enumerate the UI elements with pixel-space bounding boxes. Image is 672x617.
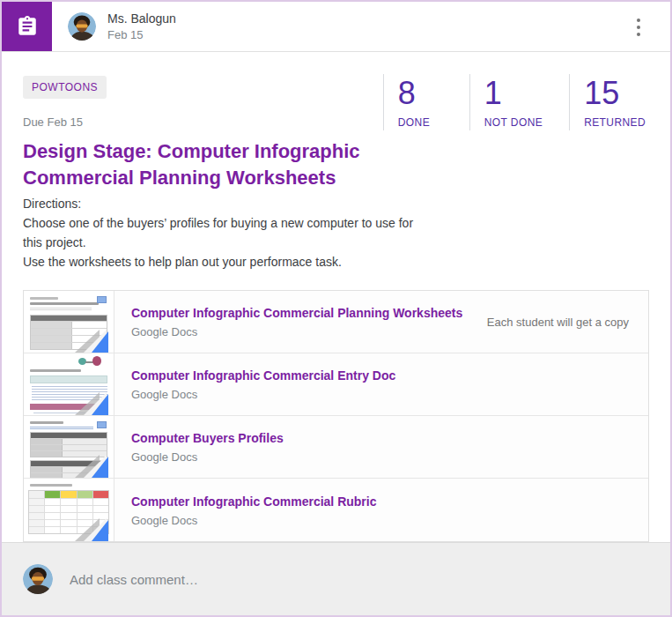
- topic-badge[interactable]: POWTOONS: [23, 76, 107, 99]
- kebab-dot: [637, 26, 640, 29]
- class-comment-bar: [2, 542, 670, 615]
- stat-returned-value: 15: [584, 76, 646, 111]
- assignment-clipboard-icon: [16, 15, 39, 38]
- assignment-description: Directions: Choose one of the buyers’ pr…: [23, 194, 421, 271]
- stat-returned-label: RETURNED: [584, 116, 646, 129]
- stat-done-label: DONE: [398, 116, 443, 129]
- attachment-link[interactable]: Computer Infographic Commercial Planning…: [131, 305, 462, 321]
- folded-blue-corner-icon: [75, 330, 114, 353]
- assignment-title: Design Stage: Computer Infographic Comme…: [23, 138, 419, 191]
- attachment-row[interactable]: Computer Infographic Commercial Rubric G…: [24, 479, 648, 541]
- attachment-type: Google Docs: [131, 325, 462, 338]
- kebab-dot: [637, 33, 640, 36]
- stat-not-done[interactable]: 1 NOT DONE: [469, 74, 546, 130]
- attachment-list: Computer Infographic Commercial Planning…: [23, 290, 649, 542]
- teacher-avatar: [68, 12, 96, 41]
- post-date: Feb 15: [107, 27, 176, 42]
- author-name: Ms. Balogun: [107, 11, 176, 27]
- submission-stats: 8 DONE 1 NOT DONE 15 RETURNED: [360, 74, 649, 130]
- folded-blue-corner-icon: [75, 518, 114, 541]
- attachment-copy-note: Each student will get a copy: [487, 316, 648, 329]
- attachment-link[interactable]: Computer Infographic Commercial Rubric: [131, 494, 376, 509]
- attachment-row[interactable]: Computer Infographic Commercial Entry Do…: [24, 353, 648, 416]
- attachment-row[interactable]: Computer Buyers Profiles Google Docs: [24, 416, 648, 479]
- more-options-button[interactable]: [631, 19, 646, 36]
- doc-thumbnail: [24, 479, 114, 541]
- doc-thumbnail: [24, 353, 114, 415]
- doc-thumbnail: [24, 291, 114, 353]
- stat-not-done-label: NOT DONE: [484, 116, 543, 129]
- doc-image-icon: [97, 296, 107, 303]
- kebab-dot: [637, 19, 640, 22]
- description-line: Choose one of the buyers’ profiles for b…: [23, 213, 421, 252]
- attachment-type: Google Docs: [131, 450, 284, 464]
- attachment-row[interactable]: Computer Infographic Commercial Planning…: [24, 291, 648, 353]
- assignment-type-box: [2, 2, 52, 51]
- folded-blue-corner-icon: [75, 392, 114, 415]
- stat-not-done-value: 1: [484, 76, 543, 111]
- attachment-type: Google Docs: [131, 514, 376, 527]
- stat-done[interactable]: 8 DONE: [383, 74, 447, 130]
- description-line: Directions:: [23, 194, 421, 213]
- doc-image-icon: [97, 421, 107, 428]
- add-class-comment-input[interactable]: [70, 572, 649, 587]
- assignment-content: 8 DONE 1 NOT DONE 15 RETURNED POWTOONS D…: [2, 52, 670, 542]
- description-line: Use the worksheets to help plan out your…: [23, 252, 421, 271]
- doc-thumbnail: [24, 416, 114, 478]
- stat-returned[interactable]: 15 RETURNED: [569, 74, 649, 130]
- attachment-link[interactable]: Computer Buyers Profiles: [131, 430, 284, 446]
- attachment-link[interactable]: Computer Infographic Commercial Entry Do…: [131, 368, 395, 383]
- attachment-type: Google Docs: [131, 388, 395, 401]
- commenter-avatar: [23, 564, 53, 594]
- folded-blue-corner-icon: [75, 455, 114, 478]
- stat-done-value: 8: [398, 76, 443, 111]
- card-header: Ms. Balogun Feb 15: [2, 2, 670, 52]
- doc-art-icon: [78, 356, 101, 367]
- assignment-card: Ms. Balogun Feb 15 8 DONE 1 NOT DONE 15 …: [0, 0, 672, 617]
